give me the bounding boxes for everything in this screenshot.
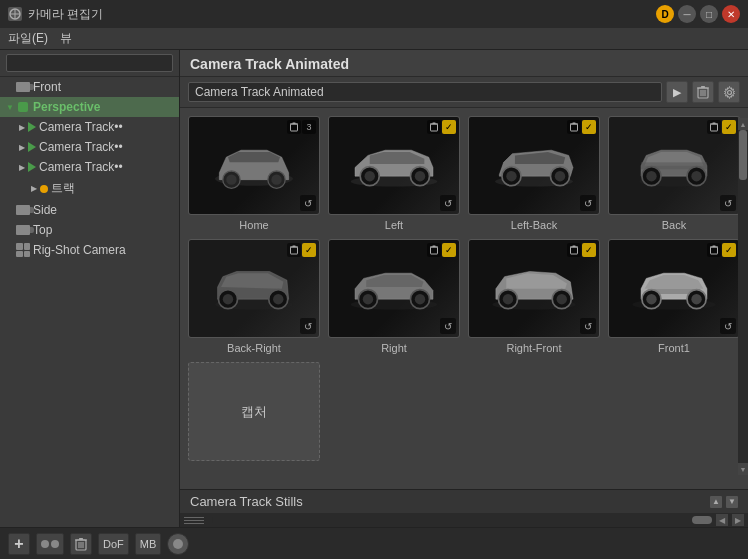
search-input[interactable]: [6, 54, 173, 72]
thumb-home[interactable]: 3 ↺: [188, 116, 320, 215]
thumb-refresh-right-front[interactable]: ↺: [580, 318, 596, 334]
vscroll-thumb[interactable]: [739, 130, 747, 180]
expand-icon-perspective[interactable]: ▼: [4, 101, 16, 113]
expand-icon-ct1[interactable]: ▶: [16, 121, 28, 133]
sidebar-item-cameratrack1[interactable]: ▶ Camera Track••: [0, 117, 179, 137]
expand-icon-ct3[interactable]: ▶: [16, 161, 28, 173]
svg-rect-48: [291, 247, 298, 254]
svg-rect-80: [79, 538, 83, 540]
thumb-item-back-right: ✓ ↺ Back-Right: [188, 239, 320, 354]
sidebar-item-track[interactable]: ▶ 트랙: [0, 177, 179, 200]
scroll-right-btn[interactable]: ▶: [732, 514, 744, 526]
sidebar-item-perspective[interactable]: ▼ Perspective: [0, 97, 179, 117]
thumb-refresh-left-back[interactable]: ↺: [580, 195, 596, 211]
section-scroll-up[interactable]: ▲: [710, 496, 722, 508]
thumb-delete-right[interactable]: [427, 243, 441, 257]
thumb-refresh-home[interactable]: ↺: [300, 195, 316, 211]
scroll-track[interactable]: [212, 516, 712, 524]
svg-rect-40: [711, 124, 718, 131]
menu-file[interactable]: 파일(E): [8, 30, 48, 47]
sidebar-item-rigshot[interactable]: Rig-Shot Camera: [0, 240, 179, 260]
dof-button[interactable]: DoF: [98, 533, 129, 555]
content-toolbar: Camera Track Animated ▶: [180, 77, 748, 108]
thumb-refresh-back[interactable]: ↺: [720, 195, 736, 211]
sidebar-label-rigshot: Rig-Shot Camera: [33, 243, 126, 257]
car-svg-back: [622, 127, 726, 205]
thumb-back[interactable]: ✓ ↺: [608, 116, 740, 215]
svg-point-72: [691, 294, 701, 304]
svg-point-37: [646, 171, 656, 181]
delete-button[interactable]: [692, 81, 714, 103]
scroll-left-btn[interactable]: ◀: [716, 514, 728, 526]
horizontal-scrollbar: ◀ ▶: [180, 513, 748, 527]
expand-icon-front: [4, 81, 16, 93]
thumb-refresh-right[interactable]: ↺: [440, 318, 456, 334]
car-svg-back-right: [202, 250, 306, 328]
d-button[interactable]: D: [656, 5, 674, 23]
scroll-thumb[interactable]: [692, 516, 712, 524]
thumb-left[interactable]: ✓ ↺: [328, 116, 460, 215]
minimize-button[interactable]: ─: [678, 5, 696, 23]
section-scroll-down[interactable]: ▼: [726, 496, 738, 508]
sidebar-item-cameratrack3[interactable]: ▶ Camera Track••: [0, 157, 179, 177]
sidebar-search-container: [0, 50, 179, 77]
mb-button[interactable]: MB: [135, 533, 162, 555]
thumb-back-right[interactable]: ✓ ↺: [188, 239, 320, 338]
svg-rect-5: [701, 86, 705, 88]
vscroll-track[interactable]: [738, 130, 748, 463]
thumb-front1[interactable]: ✓ ↺: [608, 239, 740, 338]
thumb-left-back[interactable]: ✓ ↺: [468, 116, 600, 215]
expand-icon-track[interactable]: ▶: [28, 183, 40, 195]
app-icon: [8, 7, 22, 21]
play-icon-ct3: [28, 162, 36, 172]
vscroll-down-btn[interactable]: ▼: [738, 463, 748, 475]
maximize-button[interactable]: □: [700, 5, 718, 23]
thumb-delete-front1[interactable]: [707, 243, 721, 257]
car-svg-right: [342, 250, 446, 328]
sidebar-item-side[interactable]: Side: [0, 200, 179, 220]
thumb-capture[interactable]: 캡처: [188, 362, 320, 461]
thumb-delete-back[interactable]: [707, 120, 721, 134]
thumb-right-front[interactable]: ✓ ↺: [468, 239, 600, 338]
menu-view[interactable]: 뷰: [60, 30, 72, 47]
camera-icon-side: [16, 205, 30, 215]
car-svg-right-front: [482, 250, 586, 328]
thumb-refresh-front1[interactable]: ↺: [720, 318, 736, 334]
dots-button[interactable]: [36, 533, 64, 555]
thumb-delete-left-back[interactable]: [567, 120, 581, 134]
thumb-item-left-back: ✓ ↺ Left-Back: [468, 116, 600, 231]
capture-label: 캡처: [241, 403, 267, 421]
thumbnails-scroll[interactable]: 3 ↺ Home: [180, 108, 748, 489]
circle-button[interactable]: [167, 533, 189, 555]
sidebar-item-top[interactable]: Top: [0, 220, 179, 240]
settings-button[interactable]: [718, 81, 740, 103]
svg-point-55: [415, 294, 425, 304]
svg-point-30: [555, 171, 565, 181]
trash-button[interactable]: [70, 533, 92, 555]
thumb-delete-home[interactable]: [287, 120, 301, 134]
vscroll-up-btn[interactable]: ▲: [738, 118, 748, 130]
toolbar-label: Camera Track Animated: [188, 82, 662, 102]
svg-point-9: [727, 90, 731, 94]
thumb-right[interactable]: ✓ ↺: [328, 239, 460, 338]
close-button[interactable]: ✕: [722, 5, 740, 23]
title-bar: 카메라 편집기 D ─ □ ✕: [0, 0, 748, 28]
sidebar-item-cameratrack2[interactable]: ▶ Camera Track••: [0, 137, 179, 157]
thumb-delete-left[interactable]: [427, 120, 441, 134]
sidebar-label-perspective: Perspective: [33, 100, 100, 114]
sidebar-item-front[interactable]: Front: [0, 77, 179, 97]
play-button[interactable]: ▶: [666, 81, 688, 103]
thumb-item-home: 3 ↺ Home: [188, 116, 320, 231]
thumb-refresh-back-right[interactable]: ↺: [300, 318, 316, 334]
expand-icon-rigshot: [4, 244, 16, 256]
vertical-scrollbar: ▲ ▼: [738, 118, 748, 475]
title-bar-left: 카메라 편집기: [8, 6, 103, 23]
thumb-refresh-left[interactable]: ↺: [440, 195, 456, 211]
thumb-delete-right-front[interactable]: [567, 243, 581, 257]
add-button[interactable]: +: [8, 533, 30, 555]
svg-point-14: [271, 174, 281, 184]
sidebar-label-track: 트랙: [51, 180, 75, 197]
thumb-delete-back-right[interactable]: [287, 243, 301, 257]
expand-icon-ct2[interactable]: ▶: [16, 141, 28, 153]
svg-point-28: [506, 171, 516, 181]
